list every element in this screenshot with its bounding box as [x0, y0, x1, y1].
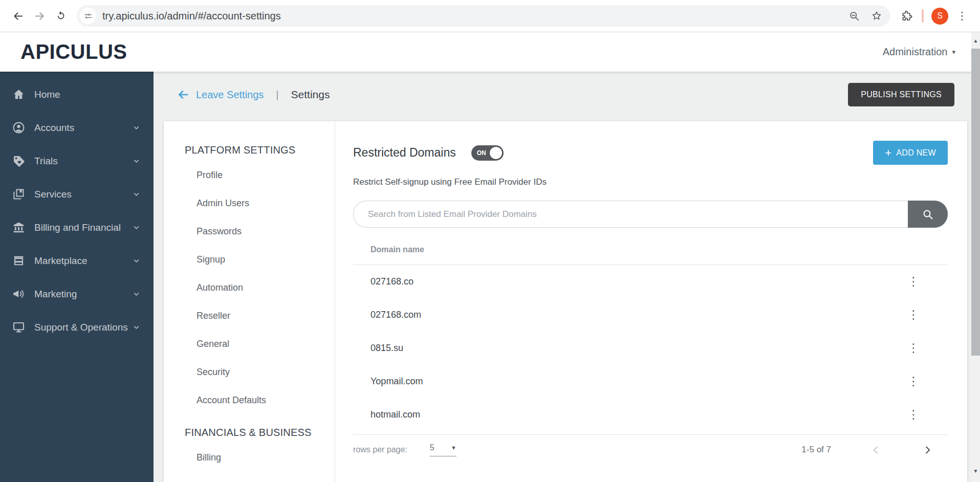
settings-nav-item[interactable]: Admin Users [185, 189, 335, 217]
sidebar-item-label: Accounts [34, 122, 74, 134]
toggle-knob [490, 147, 502, 159]
puzzle-icon [901, 10, 912, 22]
settings-nav-item[interactable]: General [185, 330, 335, 358]
table-row: 0815.su ⋮ [353, 332, 948, 365]
administration-dropdown[interactable]: Administration ▾ [883, 46, 955, 58]
page-scrollbar[interactable]: ▲ ▼ [971, 32, 980, 482]
forward-arrow-icon [34, 10, 46, 22]
support-monitor-icon [11, 321, 26, 333]
sidebar-item-label: Home [34, 89, 60, 100]
add-new-button[interactable]: + ADD NEW [873, 141, 948, 165]
chevron-right-icon [923, 445, 932, 455]
sidebar-item[interactable]: Accounts [0, 111, 154, 144]
chevron-down-icon [133, 124, 140, 132]
address-bar[interactable]: try.apiculus.io/admin/#/account-settings [77, 5, 890, 27]
services-icon [11, 188, 26, 200]
add-new-label: ADD NEW [896, 148, 936, 158]
sidebar-item-label: Billing and Financial [34, 222, 121, 233]
profile-avatar[interactable]: S [931, 8, 948, 25]
url-text[interactable]: try.apiculus.io/admin/#/account-settings [102, 10, 849, 22]
browser-forward-button[interactable] [29, 5, 50, 27]
sidebar-item-label: Marketing [34, 289, 77, 300]
sidebar-item[interactable]: Home [0, 78, 154, 111]
search-button[interactable] [908, 201, 948, 228]
settings-nav-heading-financials: FINANCIALS & BUSINESS [185, 427, 335, 439]
scrollbar-down-arrow-icon[interactable]: ▼ [971, 463, 980, 479]
chevron-down-icon [133, 323, 140, 331]
main-area: Leave Settings | Settings PUBLISH SETTIN… [154, 72, 980, 482]
chevron-left-icon [871, 445, 881, 455]
table-column-header: Domain name [353, 245, 948, 265]
kebab-menu-icon[interactable]: ⋮ [906, 305, 921, 325]
kebab-menu-icon[interactable]: ⋮ [906, 405, 921, 425]
restricted-domains-panel: Restricted Domains ON + ADD NEW Restrict… [335, 121, 967, 482]
section-title: Restricted Domains [353, 146, 456, 160]
page-title: Settings [291, 89, 330, 101]
bookmark-star-icon[interactable] [871, 10, 882, 21]
sidebar-item-label: Support & Operations [34, 322, 128, 333]
main-sidebar: Home Accounts Trials [0, 72, 154, 482]
sidebar-item[interactable]: Marketing [0, 277, 154, 311]
sidebar-item[interactable]: Support & Operations [0, 311, 154, 344]
administration-label: Administration [883, 46, 948, 58]
settings-nav: PLATFORM SETTINGS Profile Admin Users Pa… [164, 121, 335, 482]
domain-name: hotmail.com [371, 409, 420, 420]
settings-nav-item[interactable]: Reseller [185, 302, 335, 330]
app-header: APICULUS Administration ▾ [0, 32, 980, 72]
chevron-down-icon [133, 257, 140, 265]
settings-nav-item[interactable]: Automation [185, 274, 335, 302]
caret-down-icon: ▾ [952, 48, 955, 56]
marketing-megaphone-icon [11, 288, 26, 300]
profile-separator [922, 9, 924, 23]
previous-page-button[interactable] [871, 445, 881, 455]
settings-nav-item[interactable]: Profile [185, 161, 335, 189]
kebab-menu-icon[interactable]: ⋮ [906, 371, 921, 392]
search-bar [353, 201, 948, 228]
site-info-icon[interactable] [80, 8, 96, 24]
browser-menu-button[interactable]: ⋮ [951, 5, 973, 27]
rows-per-page-value: 5 [430, 443, 434, 452]
browser-reload-button[interactable] [50, 5, 72, 27]
back-arrow-icon[interactable] [177, 88, 190, 101]
zoom-out-icon[interactable] [849, 11, 860, 21]
chevron-down-icon [133, 290, 140, 298]
sidebar-item-label: Marketplace [34, 255, 88, 267]
settings-nav-item[interactable]: Signup [185, 246, 335, 274]
rows-per-page-select[interactable]: 5 ▼ [430, 443, 456, 456]
scrollbar-up-arrow-icon[interactable]: ▲ [971, 32, 980, 49]
extensions-button[interactable] [896, 5, 917, 27]
settings-nav-item[interactable]: Passwords [185, 217, 335, 246]
table-row: 027168.co ⋮ [353, 265, 948, 298]
domain-name: 0815.su [371, 343, 403, 354]
plus-icon: + [885, 147, 891, 159]
browser-back-button[interactable] [7, 5, 29, 27]
leave-settings-link[interactable]: Leave Settings [196, 89, 264, 101]
sidebar-item[interactable]: Services [0, 178, 154, 211]
table-row: Yopmail.com ⋮ [353, 365, 948, 398]
settings-nav-item[interactable]: Security [185, 358, 335, 386]
scrollbar-thumb[interactable] [971, 49, 980, 356]
home-icon [11, 89, 26, 100]
kebab-menu-icon[interactable]: ⋮ [906, 272, 921, 292]
settings-nav-item[interactable]: Account Defaults [185, 386, 335, 414]
trials-tag-icon [11, 155, 26, 167]
sidebar-item[interactable]: Marketplace [0, 244, 154, 277]
search-input[interactable] [353, 201, 908, 228]
sidebar-item[interactable]: Trials [0, 144, 154, 178]
chevron-down-icon [133, 190, 140, 198]
sidebar-item[interactable]: Billing and Financial [0, 211, 154, 244]
browser-toolbar: try.apiculus.io/admin/#/account-settings… [0, 0, 980, 32]
settings-nav-item[interactable]: Billing [185, 444, 335, 472]
settings-card: PLATFORM SETTINGS Profile Admin Users Pa… [164, 121, 967, 482]
domains-table: 027168.co ⋮ 027168.com ⋮ 0815.su ⋮ [353, 265, 948, 431]
kebab-menu-icon[interactable]: ⋮ [906, 338, 921, 359]
table-row: 027168.com ⋮ [353, 298, 948, 332]
settings-nav-heading-platform: PLATFORM SETTINGS [185, 144, 335, 156]
restricted-domains-toggle[interactable]: ON [471, 145, 504, 161]
publish-settings-button[interactable]: PUBLISH SETTINGS [848, 83, 954, 106]
browser-window: try.apiculus.io/admin/#/account-settings… [0, 0, 980, 482]
next-page-button[interactable] [923, 445, 932, 455]
search-icon [922, 208, 934, 221]
reload-icon [55, 10, 67, 21]
apiculus-logo: APICULUS [20, 40, 127, 63]
